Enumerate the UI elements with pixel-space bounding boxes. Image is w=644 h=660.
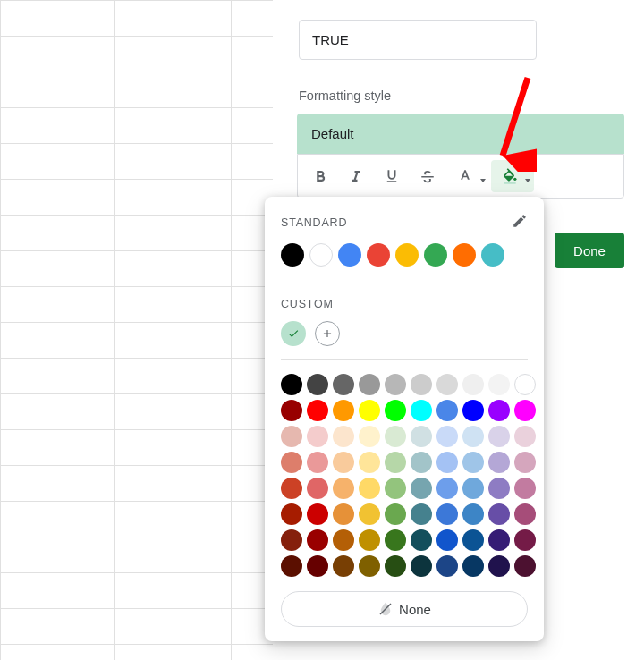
palette-color-swatch[interactable] (281, 374, 302, 395)
no-fill-button[interactable]: None (281, 591, 528, 627)
palette-color-swatch[interactable] (488, 478, 510, 499)
palette-color-swatch[interactable] (411, 426, 432, 447)
palette-color-swatch[interactable] (514, 374, 536, 395)
palette-color-swatch[interactable] (514, 529, 536, 551)
palette-color-swatch[interactable] (359, 555, 380, 577)
palette-color-swatch[interactable] (333, 555, 354, 577)
palette-color-swatch[interactable] (333, 452, 354, 473)
spreadsheet-grid[interactable] (0, 0, 273, 660)
done-button[interactable]: Done (555, 233, 624, 268)
standard-color-swatch[interactable] (367, 243, 390, 267)
palette-color-swatch[interactable] (411, 452, 432, 473)
palette-color-swatch[interactable] (333, 374, 354, 395)
standard-color-swatch[interactable] (453, 243, 476, 267)
palette-color-swatch[interactable] (307, 478, 328, 499)
palette-color-swatch[interactable] (411, 503, 432, 525)
palette-color-swatch[interactable] (514, 400, 536, 421)
palette-color-swatch[interactable] (514, 478, 536, 499)
palette-color-swatch[interactable] (488, 374, 510, 395)
format-style-preview[interactable]: Default (297, 114, 624, 154)
strikethrough-button[interactable] (411, 160, 445, 192)
palette-color-swatch[interactable] (462, 426, 484, 447)
palette-color-swatch[interactable] (385, 555, 406, 577)
text-color-button[interactable] (446, 160, 489, 192)
palette-color-swatch[interactable] (307, 452, 328, 473)
palette-color-swatch[interactable] (307, 400, 328, 421)
palette-color-swatch[interactable] (281, 452, 302, 473)
palette-color-swatch[interactable] (359, 529, 380, 551)
palette-color-swatch[interactable] (385, 374, 406, 395)
palette-color-swatch[interactable] (514, 503, 536, 525)
palette-color-swatch[interactable] (359, 503, 380, 525)
palette-color-swatch[interactable] (333, 478, 354, 499)
palette-color-swatch[interactable] (281, 529, 302, 551)
rule-value-input[interactable] (299, 20, 537, 60)
palette-color-swatch[interactable] (333, 503, 354, 525)
palette-color-swatch[interactable] (359, 452, 380, 473)
palette-color-swatch[interactable] (281, 400, 302, 421)
palette-color-swatch[interactable] (462, 478, 484, 499)
fill-color-button[interactable] (491, 160, 534, 192)
palette-color-swatch[interactable] (488, 555, 510, 577)
standard-color-swatch[interactable] (338, 243, 361, 267)
palette-color-swatch[interactable] (436, 478, 458, 499)
underline-button[interactable] (375, 160, 409, 192)
palette-color-swatch[interactable] (488, 529, 510, 551)
palette-color-swatch[interactable] (333, 400, 354, 421)
add-custom-color-button[interactable] (315, 321, 340, 346)
palette-color-swatch[interactable] (385, 452, 406, 473)
palette-color-swatch[interactable] (488, 452, 510, 473)
palette-color-swatch[interactable] (488, 426, 510, 447)
palette-color-swatch[interactable] (333, 426, 354, 447)
palette-color-swatch[interactable] (462, 529, 484, 551)
palette-color-swatch[interactable] (281, 503, 302, 525)
palette-color-swatch[interactable] (462, 374, 484, 395)
palette-color-swatch[interactable] (385, 503, 406, 525)
italic-button[interactable] (339, 160, 373, 192)
palette-color-swatch[interactable] (281, 478, 302, 499)
palette-color-swatch[interactable] (462, 555, 484, 577)
palette-color-swatch[interactable] (514, 426, 536, 447)
standard-color-swatch[interactable] (424, 243, 447, 267)
palette-color-swatch[interactable] (514, 555, 536, 577)
palette-color-swatch[interactable] (359, 400, 380, 421)
palette-color-swatch[interactable] (411, 400, 432, 421)
palette-color-swatch[interactable] (359, 426, 380, 447)
palette-color-swatch[interactable] (359, 478, 380, 499)
palette-color-swatch[interactable] (436, 452, 458, 473)
palette-color-swatch[interactable] (462, 400, 484, 421)
palette-color-swatch[interactable] (411, 555, 432, 577)
standard-color-swatch[interactable] (481, 243, 504, 267)
palette-color-swatch[interactable] (488, 400, 510, 421)
palette-color-swatch[interactable] (307, 374, 328, 395)
palette-color-swatch[interactable] (359, 374, 380, 395)
edit-palette-icon[interactable] (512, 213, 528, 233)
palette-color-swatch[interactable] (385, 400, 406, 421)
palette-color-swatch[interactable] (436, 400, 458, 421)
palette-color-swatch[interactable] (514, 452, 536, 473)
palette-color-swatch[interactable] (411, 529, 432, 551)
standard-color-swatch[interactable] (309, 243, 333, 267)
bold-button[interactable] (303, 160, 337, 192)
palette-color-swatch[interactable] (462, 452, 484, 473)
palette-color-swatch[interactable] (436, 374, 458, 395)
palette-color-swatch[interactable] (488, 503, 510, 525)
palette-color-swatch[interactable] (436, 503, 458, 525)
palette-color-swatch[interactable] (281, 555, 302, 577)
palette-color-swatch[interactable] (411, 478, 432, 499)
palette-color-swatch[interactable] (436, 529, 458, 551)
palette-color-swatch[interactable] (436, 555, 458, 577)
palette-color-swatch[interactable] (411, 374, 432, 395)
palette-color-swatch[interactable] (307, 426, 328, 447)
palette-color-swatch[interactable] (307, 529, 328, 551)
palette-color-swatch[interactable] (307, 555, 328, 577)
palette-color-swatch[interactable] (385, 529, 406, 551)
palette-color-swatch[interactable] (462, 503, 484, 525)
palette-color-swatch[interactable] (307, 503, 328, 525)
standard-color-swatch[interactable] (281, 243, 304, 267)
standard-color-swatch[interactable] (395, 243, 419, 267)
palette-color-swatch[interactable] (281, 426, 302, 447)
palette-color-swatch[interactable] (436, 426, 458, 447)
palette-color-swatch[interactable] (333, 529, 354, 551)
custom-color-selected[interactable] (281, 321, 306, 346)
